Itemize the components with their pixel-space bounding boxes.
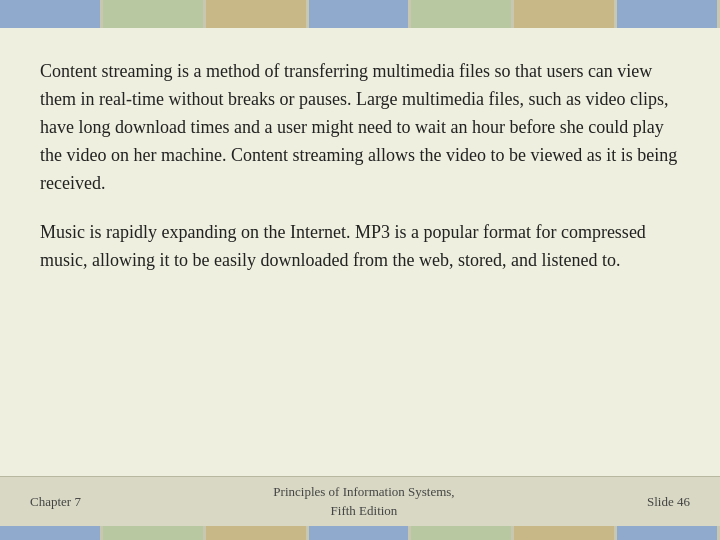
top-tab-5: [411, 0, 511, 28]
top-tab-2: [103, 0, 203, 28]
paragraph-1: Content streaming is a method of transfe…: [40, 58, 680, 197]
bottom-tab-7: [617, 526, 717, 540]
bottom-tab-1: [0, 526, 100, 540]
footer-slide-number: Slide 46: [647, 494, 690, 510]
bottom-tab-5: [411, 526, 511, 540]
top-tab-3: [206, 0, 306, 28]
bottom-decoration-bar: [0, 526, 720, 540]
bottom-tab-3: [206, 526, 306, 540]
top-tab-6: [514, 0, 614, 28]
bottom-tab-6: [514, 526, 614, 540]
top-tab-7: [617, 0, 717, 28]
bottom-tab-4: [309, 526, 409, 540]
top-tab-4: [309, 0, 409, 28]
footer-title-line2: Fifth Edition: [331, 503, 398, 518]
top-decoration-bar: [0, 0, 720, 28]
footer-title-line1: Principles of Information Systems,: [273, 484, 454, 499]
top-tab-1: [0, 0, 100, 28]
slide-container: Content streaming is a method of transfe…: [0, 0, 720, 540]
bottom-tab-2: [103, 526, 203, 540]
footer-title: Principles of Information Systems, Fifth…: [273, 483, 454, 519]
footer: Chapter 7 Principles of Information Syst…: [0, 476, 720, 526]
paragraph-2: Music is rapidly expanding on the Intern…: [40, 219, 680, 275]
main-content: Content streaming is a method of transfe…: [0, 28, 720, 476]
footer-chapter: Chapter 7: [30, 494, 81, 510]
